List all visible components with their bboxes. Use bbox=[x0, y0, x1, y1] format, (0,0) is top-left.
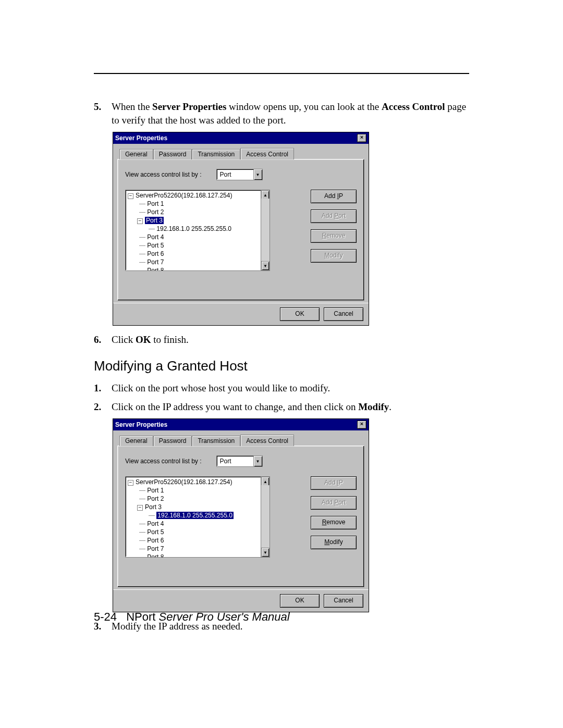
steps-lower: 1. Click on the port whose host you woul… bbox=[94, 381, 469, 413]
page-footer: 5-24 NPort Server Pro User's Manual bbox=[94, 610, 290, 624]
titlebar[interactable]: Server Properties × bbox=[113, 132, 369, 144]
cancel-button[interactable]: Cancel bbox=[324, 307, 363, 321]
steps-upper: 5. When the Server Properties window ope… bbox=[94, 100, 469, 127]
view-label: View access control list by : bbox=[125, 171, 202, 178]
subheading: Modifying a Granted Host bbox=[94, 358, 469, 374]
view-combo[interactable]: Port ▼ bbox=[216, 169, 263, 180]
tab-general[interactable]: General bbox=[119, 149, 153, 159]
scroll-down-icon[interactable]: ▼ bbox=[261, 548, 270, 557]
titlebar[interactable]: Server Properties × bbox=[113, 419, 369, 430]
selected-port[interactable]: Port 3 bbox=[145, 217, 164, 224]
remove-button: Remove bbox=[311, 229, 357, 243]
ok-button[interactable]: OK bbox=[280, 307, 320, 321]
cancel-button[interactable]: Cancel bbox=[324, 594, 363, 608]
scroll-down-icon[interactable]: ▼ bbox=[261, 261, 270, 270]
top-rule bbox=[94, 73, 469, 74]
tab-transmission[interactable]: Transmission bbox=[192, 149, 240, 159]
add-port-button: Add Port bbox=[311, 496, 357, 510]
step-6-text: Click OK to finish. bbox=[112, 333, 469, 347]
tab-general[interactable]: General bbox=[119, 436, 153, 446]
tab-strip: General Password Transmission Access Con… bbox=[119, 148, 364, 159]
add-ip-button: Add IP bbox=[311, 476, 357, 490]
remove-button[interactable]: Remove bbox=[311, 516, 357, 529]
add-ip-button[interactable]: Add IP bbox=[311, 190, 357, 203]
view-combo[interactable]: Port ▼ bbox=[216, 455, 263, 467]
tab-access-control[interactable]: Access Control bbox=[240, 148, 294, 159]
scrollbar[interactable]: ▲ ▼ bbox=[261, 190, 270, 270]
tab-access-control[interactable]: Access Control bbox=[240, 435, 294, 446]
selected-ip[interactable]: 192.168.1.0 255.255.255.0 bbox=[156, 512, 233, 519]
chevron-down-icon[interactable]: ▼ bbox=[253, 169, 262, 180]
modify-button[interactable]: Modify bbox=[311, 536, 357, 549]
tab-panel: View access control list by : Port ▼ −Se… bbox=[117, 446, 364, 587]
tab-strip: General Password Transmission Access Con… bbox=[119, 435, 364, 446]
close-icon[interactable]: × bbox=[357, 421, 366, 429]
steps-upper-6: 6. Click OK to finish. bbox=[94, 333, 469, 347]
manual-title: Server Pro User's Manual bbox=[159, 610, 290, 623]
tab-password[interactable]: Password bbox=[153, 436, 192, 446]
acl-tree[interactable]: −ServerPro52260(192.168.127.254) — Port … bbox=[125, 476, 270, 558]
acl-tree[interactable]: −ServerPro52260(192.168.127.254) — Port … bbox=[125, 190, 270, 271]
close-icon[interactable]: × bbox=[357, 134, 366, 142]
page-number: 5-24 bbox=[94, 610, 117, 623]
step-b2: Click on the IP address you want to chan… bbox=[112, 400, 469, 414]
window-title: Server Properties bbox=[115, 421, 357, 428]
scrollbar[interactable]: ▲ ▼ bbox=[261, 477, 270, 557]
chevron-down-icon[interactable]: ▼ bbox=[253, 456, 262, 466]
tab-panel: View access control list by : Port ▼ −Se… bbox=[117, 159, 364, 301]
view-label: View access control list by : bbox=[125, 458, 202, 465]
ok-button[interactable]: OK bbox=[280, 594, 320, 608]
dialog-2: Server Properties × General Password Tra… bbox=[113, 418, 469, 612]
modify-button: Modify bbox=[311, 249, 357, 263]
step-number: 6. bbox=[94, 333, 112, 347]
tab-password[interactable]: Password bbox=[153, 149, 192, 159]
tab-transmission[interactable]: Transmission bbox=[192, 436, 240, 446]
step-b1: Click on the port whose host you would l… bbox=[112, 381, 469, 395]
step-number: 5. bbox=[94, 100, 112, 127]
window-title: Server Properties bbox=[115, 134, 357, 142]
step-5-text: When the Server Properties window opens … bbox=[112, 100, 469, 127]
add-port-button: Add Port bbox=[311, 209, 357, 223]
dialog-1: Server Properties × General Password Tra… bbox=[113, 132, 469, 326]
